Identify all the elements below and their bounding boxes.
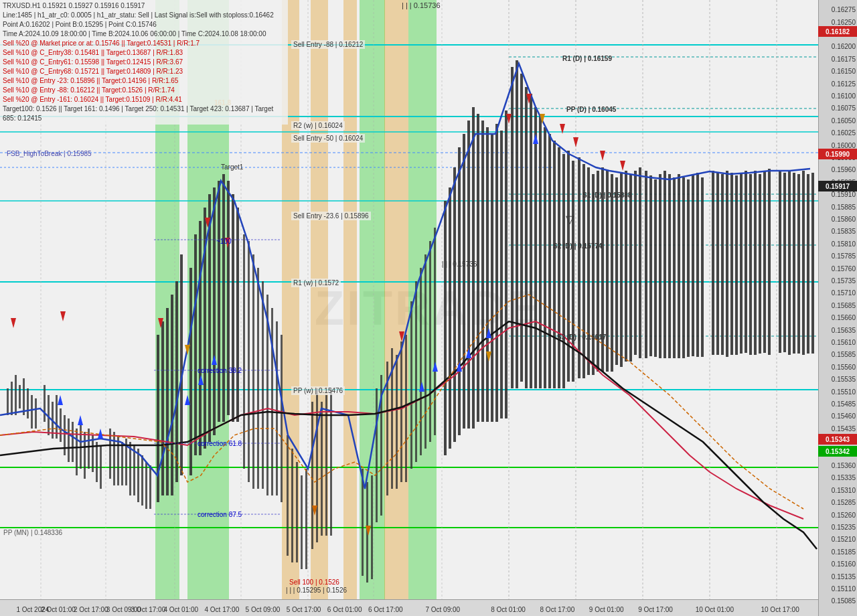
price-tick: 0.15835 xyxy=(832,228,856,235)
svg-rect-111 xyxy=(562,154,565,388)
svg-rect-42 xyxy=(199,221,202,455)
price-group-bot-label: | | | 0.15295 | 0.1526 xyxy=(286,587,347,594)
price-tick: 0.15860 xyxy=(832,216,856,223)
price-tick: 0.15560 xyxy=(832,364,856,371)
price-tick: 0.15660 xyxy=(832,314,856,321)
price-tick: 0.15735 xyxy=(832,277,856,285)
time-tick: 8 Oct 01:00 xyxy=(491,606,526,613)
s1d-label: S1 (D) | 0.15888 xyxy=(582,191,631,199)
svg-rect-59 xyxy=(281,335,283,502)
sell-entry-236-label: Sell Entry -23.6 | 0.15896 xyxy=(291,212,371,220)
price-tick: 0.15310 xyxy=(832,487,856,494)
price-tick: 0.15085 xyxy=(832,597,856,605)
svg-rect-106 xyxy=(539,114,542,388)
price-tick: 0.15710 xyxy=(832,289,856,297)
info-line-1: TRXUSD.H1 0.15921 0.15927 0.15916 0.1591… xyxy=(3,1,285,11)
svg-rect-57 xyxy=(271,308,273,495)
svg-rect-41 xyxy=(194,234,197,455)
svg-rect-51 xyxy=(243,234,245,469)
svg-rect-25 xyxy=(117,435,119,485)
svg-rect-72 xyxy=(371,475,373,579)
svg-rect-78 xyxy=(400,341,402,482)
svg-rect-95 xyxy=(486,127,489,422)
price-box-mid: 0.15990 xyxy=(818,149,857,159)
time-tick: 6 Oct 17:00 xyxy=(368,606,403,613)
svg-rect-120 xyxy=(606,171,609,372)
svg-rect-136 xyxy=(682,177,685,358)
svg-rect-21 xyxy=(96,442,98,482)
vband-green-4 xyxy=(408,0,437,599)
svg-rect-28 xyxy=(129,442,131,495)
svg-rect-22 xyxy=(100,445,102,489)
svg-rect-26 xyxy=(121,442,123,485)
svg-rect-37 xyxy=(171,295,173,495)
svg-rect-138 xyxy=(692,175,694,356)
info-line-12: Target100: 0.1526 || Target 161: 0.1496 … xyxy=(3,104,285,123)
svg-rect-129 xyxy=(649,175,652,356)
svg-rect-46 xyxy=(218,181,220,422)
svg-rect-99 xyxy=(505,110,508,418)
svg-rect-85 xyxy=(434,228,436,435)
svg-rect-13 xyxy=(64,415,66,455)
time-axis: 1 Oct 20242 Oct 01:002 Oct 17:003 Oct 09… xyxy=(0,599,818,616)
svg-rect-55 xyxy=(262,281,264,489)
svg-rect-16 xyxy=(76,429,78,475)
svg-rect-108 xyxy=(548,134,551,388)
svg-rect-147 xyxy=(740,173,743,354)
svg-rect-29 xyxy=(133,445,135,495)
svg-rect-7 xyxy=(35,398,37,429)
ppw-label: PP (w) | 0.15476 xyxy=(291,386,345,395)
price-tick: 0.15510 xyxy=(832,388,856,396)
price-tick: 0.16125 xyxy=(832,80,856,88)
svg-rect-73 xyxy=(376,388,378,522)
price-tick: 0.16275 xyxy=(832,6,856,13)
arrow-down-9 xyxy=(573,137,578,147)
arrow-up-9 xyxy=(457,362,462,372)
svg-rect-38 xyxy=(175,281,178,482)
time-tick: 5 Oct 09:00 xyxy=(246,606,281,613)
price-tick: 0.15135 xyxy=(832,573,856,581)
time-tick: 2 Oct 01:00 xyxy=(41,606,76,613)
fsb-label: FSB_HighToBreak | 0.15985 xyxy=(7,150,92,157)
price-tick: 0.15435 xyxy=(832,425,856,433)
price-box-green: 0.15342 xyxy=(818,446,857,457)
arrow-down-10 xyxy=(600,151,605,161)
ppmn-label: PP (MN) | 0.148336 xyxy=(3,529,62,536)
time-tick: 5 Oct 17:00 xyxy=(287,606,321,613)
new-sell-wave-label: | | | 0.15736 xyxy=(402,1,441,9)
svg-rect-94 xyxy=(481,121,484,422)
info-line-3: Point A:0.16202 | Point B:0.15295 | Poin… xyxy=(3,20,285,29)
svg-rect-146 xyxy=(735,175,738,355)
svg-rect-2 xyxy=(15,375,17,415)
svg-rect-122 xyxy=(615,177,618,365)
svg-rect-52 xyxy=(248,241,250,482)
svg-rect-14 xyxy=(68,418,70,462)
time-tick: 3 Oct 17:00 xyxy=(131,606,166,613)
info-line-7: Sell %10 @ C_Entry61: 0.15598 || Target:… xyxy=(3,58,285,67)
time-tick: 10 Oct 17:00 xyxy=(761,606,799,613)
chart-container: ZITRADE xyxy=(0,0,857,616)
price-tick: 0.15960 xyxy=(832,166,856,173)
price-tick: 0.15635 xyxy=(832,327,856,334)
svg-rect-105 xyxy=(534,107,537,388)
svg-rect-157 xyxy=(793,173,795,354)
svg-rect-82 xyxy=(420,268,422,455)
svg-rect-101 xyxy=(516,60,518,388)
svg-rect-4 xyxy=(23,378,25,415)
time-tick: 6 Oct 01:00 xyxy=(327,606,362,613)
correction-100-label: ~100 xyxy=(216,238,232,245)
svg-rect-126 xyxy=(634,171,637,355)
svg-rect-132 xyxy=(664,171,666,358)
svg-rect-110 xyxy=(558,147,560,388)
time-tick: 7 Oct 09:00 xyxy=(425,606,460,613)
svg-rect-130 xyxy=(654,179,657,357)
svg-rect-32 xyxy=(145,462,147,509)
svg-rect-97 xyxy=(495,124,498,422)
sell-entry-50-label: Sell Entry -50 | 0.16024 xyxy=(291,134,365,143)
svg-rect-150 xyxy=(754,171,757,355)
price-tick: 0.16025 xyxy=(832,129,856,137)
svg-rect-11 xyxy=(56,395,58,439)
arrow-down-1 xyxy=(60,311,66,321)
time-tick: 8 Oct 17:00 xyxy=(540,606,575,613)
svg-rect-104 xyxy=(530,94,532,388)
